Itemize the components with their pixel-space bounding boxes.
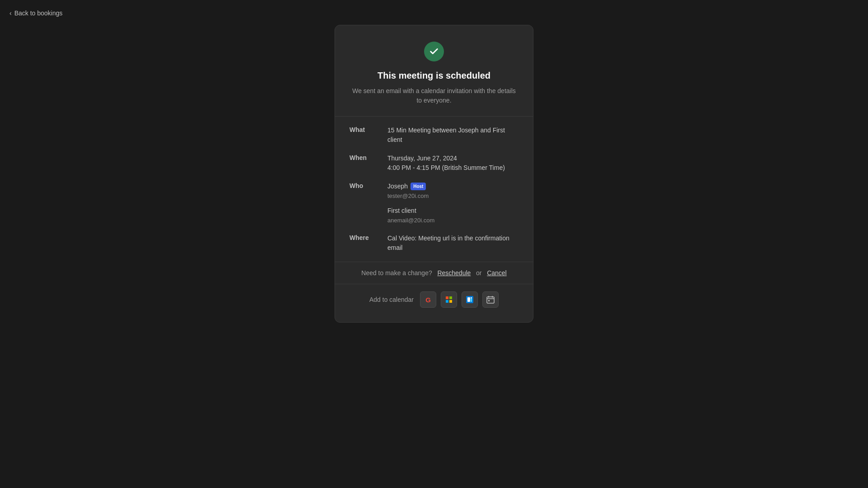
svg-rect-8 <box>487 297 494 303</box>
cancel-link[interactable]: Cancel <box>487 269 507 277</box>
back-arrow-icon: ‹ <box>9 9 12 17</box>
reschedule-link[interactable]: Reschedule <box>437 269 471 277</box>
page-content: This meeting is scheduled We sent an ema… <box>0 0 868 488</box>
checkmark-icon <box>429 47 439 56</box>
change-or: or <box>476 269 481 277</box>
who-name-row-client: First client <box>387 206 519 216</box>
svg-rect-2 <box>446 300 448 303</box>
svg-rect-7 <box>471 297 472 299</box>
success-icon <box>424 42 444 61</box>
detail-row-where: Where Cal Video: Meeting url is in the c… <box>349 234 519 253</box>
who-name-row-joseph: Joseph Host <box>387 182 519 191</box>
who-person-client: First client anemail@20i.com <box>387 206 519 225</box>
google-calendar-icon: G <box>425 296 431 304</box>
svg-rect-5 <box>467 297 470 302</box>
when-label: When <box>349 154 377 161</box>
confirmation-card: This meeting is scheduled We sent an ema… <box>335 25 533 323</box>
detail-row-what: What 15 Min Meeting between Joseph and F… <box>349 126 519 145</box>
svg-rect-6 <box>471 299 472 302</box>
outlook-icon <box>466 296 474 304</box>
what-label: What <box>349 126 377 133</box>
other-calendar-button[interactable] <box>482 291 499 308</box>
who-email-client: anemail@20i.com <box>387 216 519 225</box>
other-calendar-icon <box>486 296 495 304</box>
who-person-joseph: Joseph Host tester@20i.com <box>387 182 519 201</box>
calendar-section: Add to calendar G <box>349 284 519 308</box>
change-prompt: Need to make a change? <box>361 269 432 277</box>
change-section: Need to make a change? Reschedule or Can… <box>349 262 519 284</box>
svg-rect-1 <box>449 296 452 299</box>
svg-rect-0 <box>446 296 448 299</box>
who-name-client: First client <box>387 206 416 216</box>
back-to-bookings-label: Back to bookings <box>14 9 63 17</box>
host-badge: Host <box>410 183 426 190</box>
details-section: What 15 Min Meeting between Joseph and F… <box>349 117 519 262</box>
add-to-calendar-label: Add to calendar <box>369 296 414 303</box>
success-icon-wrapper <box>349 42 519 61</box>
outlook-calendar-button[interactable] <box>462 291 478 308</box>
who-value: Joseph Host tester@20i.com First client … <box>387 182 519 225</box>
detail-row-who: Who Joseph Host tester@20i.com First cli… <box>349 182 519 225</box>
office365-icon <box>445 296 453 304</box>
when-time: 4:00 PM - 4:15 PM (British Summer Time) <box>387 163 519 173</box>
who-label: Who <box>349 182 377 189</box>
card-title: This meeting is scheduled <box>349 70 519 81</box>
card-subtitle: We sent an email with a calendar invitat… <box>349 86 519 105</box>
where-value: Cal Video: Meeting url is in the confirm… <box>387 234 519 253</box>
where-label: Where <box>349 234 377 241</box>
who-email-joseph: tester@20i.com <box>387 192 519 201</box>
detail-row-when: When Thursday, June 27, 2024 4:00 PM - 4… <box>349 154 519 173</box>
when-value: Thursday, June 27, 2024 4:00 PM - 4:15 P… <box>387 154 519 173</box>
svg-rect-12 <box>488 300 490 301</box>
back-to-bookings-link[interactable]: ‹ Back to bookings <box>9 9 62 17</box>
google-calendar-button[interactable]: G <box>420 291 436 308</box>
office365-calendar-button[interactable] <box>441 291 457 308</box>
svg-rect-3 <box>449 300 452 303</box>
when-date: Thursday, June 27, 2024 <box>387 154 519 163</box>
what-value: 15 Min Meeting between Joseph and First … <box>387 126 519 145</box>
who-name-joseph: Joseph <box>387 182 408 191</box>
